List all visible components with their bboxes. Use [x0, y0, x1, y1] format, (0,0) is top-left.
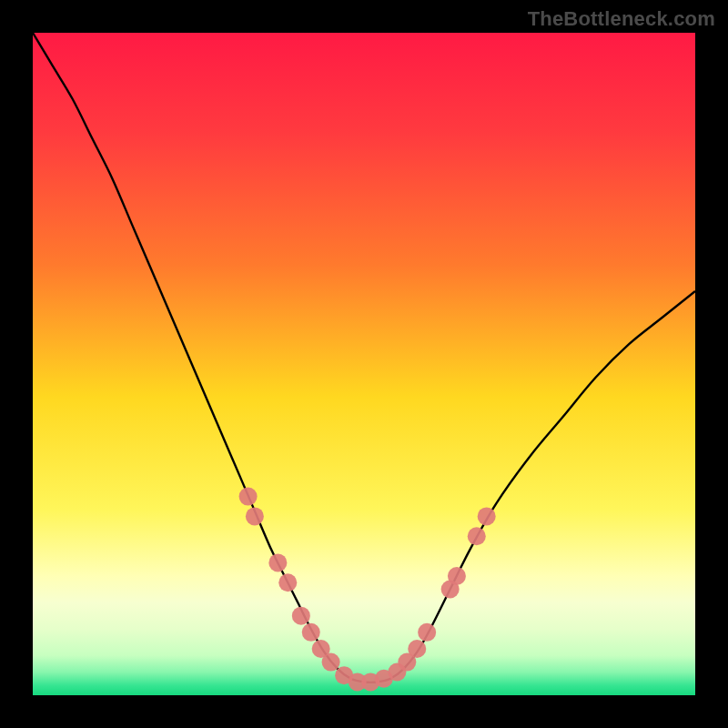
- marker-dot: [246, 507, 264, 525]
- marker-dot: [302, 623, 320, 642]
- marker-dot: [418, 623, 436, 642]
- marker-dot: [322, 653, 340, 672]
- marker-dot: [478, 507, 496, 525]
- marker-dot: [278, 573, 297, 592]
- gradient-background: [33, 33, 695, 695]
- chart-svg: [33, 33, 695, 695]
- plot-area: [33, 33, 695, 695]
- chart-frame: TheBottleneck.com: [0, 0, 728, 728]
- watermark-text: TheBottleneck.com: [528, 7, 715, 31]
- marker-dot: [292, 607, 310, 625]
- marker-dot: [408, 640, 426, 658]
- marker-dot: [448, 567, 466, 585]
- marker-dot: [239, 488, 258, 506]
- marker-dot: [468, 527, 486, 545]
- marker-dot: [268, 553, 287, 571]
